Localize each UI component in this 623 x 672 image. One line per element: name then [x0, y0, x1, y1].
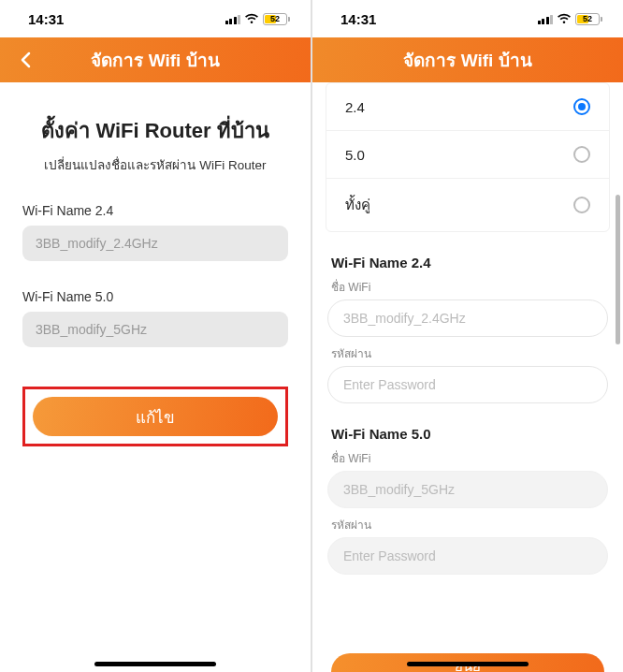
home-indicator — [407, 662, 529, 666]
option-5-0[interactable]: 5.0 — [326, 131, 609, 179]
wifi-icon — [557, 13, 572, 24]
wifi50-label: Wi-Fi Name 5.0 — [22, 289, 288, 304]
edit-button[interactable]: แก้ไข — [33, 397, 278, 436]
page-title: จัดการ Wifi บ้าน — [312, 46, 623, 74]
wifi-icon — [244, 13, 259, 24]
screen-right: 14:31 52 จัดการ Wifi บ้าน 2.4 5.0 — [312, 0, 623, 672]
home-indicator — [94, 662, 216, 666]
subheading: เปลี่ยนแปลงชื่อและรหัสผ่าน WiFi Router — [22, 154, 288, 175]
section-50-title: Wi-Fi Name 5.0 — [331, 426, 604, 442]
screen-left: 14:31 52 จัดการ Wifi บ้าน ตั้งค่า WiFi R… — [0, 0, 311, 672]
wifi50-pass-input[interactable]: Enter Password — [327, 537, 608, 575]
status-bar: 14:31 52 — [0, 0, 311, 37]
wifi24-pass-input[interactable]: Enter Password — [327, 366, 608, 403]
content-right: 2.4 5.0 ทั้งคู่ Wi-Fi Name 2.4 ชื่อ WiFi… — [312, 82, 623, 672]
scrollbar[interactable] — [616, 195, 620, 344]
radio-icon — [573, 197, 590, 213]
content-left: ตั้งค่า WiFi Router ที่บ้าน เปลี่ยนแปลงช… — [0, 82, 311, 446]
battery-icon: 52 — [575, 13, 602, 25]
option-label: ทั้งคู่ — [345, 194, 370, 216]
signal-icon — [538, 13, 554, 24]
wifi24-pass-label: รหัสผ่าน — [331, 344, 604, 362]
wifi50-name-input[interactable]: 3BB_modify_5GHz — [327, 471, 608, 508]
wifi50-name-label: ชื่อ WiFi — [331, 449, 604, 467]
page-title: จัดการ Wifi บ้าน — [0, 46, 311, 74]
option-2-4[interactable]: 2.4 — [326, 83, 609, 131]
back-button[interactable] — [7, 37, 45, 82]
wifi50-field[interactable]: 3BB_modify_5GHz — [22, 312, 288, 347]
status-time: 14:31 — [340, 11, 376, 27]
wifi24-name-input[interactable]: 3BB_modify_2.4GHz — [327, 299, 608, 337]
heading: ตั้งค่า WiFi Router ที่บ้าน — [22, 114, 288, 147]
edit-button-highlight: แก้ไข — [22, 387, 288, 446]
band-options: 2.4 5.0 ทั้งคู่ — [326, 82, 610, 232]
battery-icon: 52 — [263, 13, 290, 25]
wifi50-pass-label: รหัสผ่าน — [331, 516, 604, 533]
app-header: จัดการ Wifi บ้าน — [312, 37, 623, 82]
status-bar: 14:31 52 — [312, 0, 623, 37]
option-label: 2.4 — [345, 99, 365, 115]
app-header: จัดการ Wifi บ้าน — [0, 37, 311, 82]
wifi24-field[interactable]: 3BB_modify_2.4GHz — [22, 226, 288, 261]
radio-icon — [573, 146, 590, 163]
wifi24-name-label: ชื่อ WiFi — [331, 278, 604, 296]
option-both[interactable]: ทั้งคู่ — [326, 179, 609, 231]
status-time: 14:31 — [28, 11, 64, 27]
radio-icon — [573, 98, 590, 115]
wifi24-label: Wi-Fi Name 2.4 — [22, 203, 288, 218]
option-label: 5.0 — [345, 147, 365, 163]
signal-icon — [225, 13, 241, 24]
status-right: 52 — [538, 13, 603, 25]
status-right: 52 — [225, 13, 291, 25]
section-24-title: Wi-Fi Name 2.4 — [331, 255, 604, 270]
